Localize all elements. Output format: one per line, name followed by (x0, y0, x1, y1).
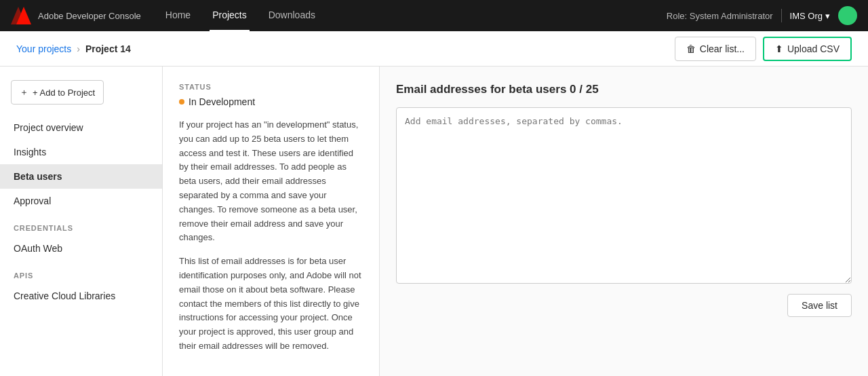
status-panel: STATUS In Development If your project ha… (163, 67, 380, 376)
add-to-project-label: + Add to Project (33, 88, 95, 98)
email-actions: Save list (396, 294, 852, 317)
clear-list-label: Clear list... (700, 43, 745, 54)
sidebar: ＋ + Add to Project Project overview Insi… (0, 67, 163, 376)
add-to-project-button[interactable]: ＋ + Add to Project (11, 80, 104, 105)
breadcrumb-actions: 🗑 Clear list... ⬆ Upload CSV (675, 37, 852, 61)
sidebar-item-insights[interactable]: Insights (0, 140, 162, 164)
clear-list-button[interactable]: 🗑 Clear list... (675, 37, 756, 61)
divider (781, 9, 782, 22)
org-label: IMS Org (790, 11, 823, 21)
upload-icon: ⬆ (775, 43, 783, 54)
plus-icon: ＋ (20, 86, 28, 98)
adobe-logo-icon (11, 7, 31, 24)
status-section-label: STATUS (179, 83, 363, 91)
nav-downloads[interactable]: Downloads (266, 0, 318, 31)
status-paragraph-1: If your project has an "in development" … (179, 118, 363, 245)
upload-csv-label: Upload CSV (787, 43, 840, 54)
status-dot-icon (179, 99, 184, 105)
email-panel: Email addresses for beta users 0 / 25 Sa… (380, 67, 868, 376)
status-paragraph-2: This list of email addresses is for beta… (179, 255, 363, 354)
save-list-button[interactable]: Save list (787, 294, 852, 317)
breadcrumb-separator: › (77, 43, 80, 54)
breadcrumb: Your projects › Project 14 (16, 43, 131, 54)
upload-csv-button[interactable]: ⬆ Upload CSV (763, 37, 852, 61)
nav-links: Home Projects Downloads (163, 0, 667, 31)
status-badge: In Development (179, 96, 363, 107)
content-area: STATUS In Development If your project ha… (163, 67, 868, 376)
credentials-section-label: CREDENTIALS (0, 213, 162, 236)
main-layout: ＋ + Add to Project Project overview Insi… (0, 67, 868, 376)
status-badge-label: In Development (189, 96, 255, 107)
trash-icon: 🗑 (686, 43, 696, 54)
breadcrumb-current: Project 14 (85, 43, 131, 54)
avatar[interactable] (838, 6, 857, 25)
sidebar-item-approval[interactable]: Approval (0, 189, 162, 213)
top-navigation: Adobe Developer Console Home Projects Do… (0, 0, 868, 31)
nav-home[interactable]: Home (163, 0, 193, 31)
apis-section-label: APIS (0, 261, 162, 284)
sidebar-item-creative-cloud-libraries[interactable]: Creative Cloud Libraries (0, 284, 162, 308)
nav-projects[interactable]: Projects (210, 0, 250, 31)
email-panel-title: Email addresses for beta users 0 / 25 (396, 83, 852, 96)
org-selector[interactable]: IMS Org ▾ (790, 11, 830, 21)
sidebar-item-project-overview[interactable]: Project overview (0, 115, 162, 140)
logo-area: Adobe Developer Console (11, 7, 141, 24)
role-label: Role: System Administrator (667, 11, 773, 21)
topnav-right: Role: System Administrator IMS Org ▾ (667, 6, 857, 25)
breadcrumb-parent[interactable]: Your projects (16, 43, 71, 54)
status-description: If your project has an "in development" … (179, 118, 363, 354)
brand-name: Adobe Developer Console (38, 11, 141, 21)
email-addresses-textarea[interactable] (396, 107, 852, 284)
sidebar-item-beta-users[interactable]: Beta users (0, 164, 162, 189)
sidebar-item-oauth-web[interactable]: OAuth Web (0, 236, 162, 261)
breadcrumb-bar: Your projects › Project 14 🗑 Clear list.… (0, 31, 868, 67)
chevron-down-icon: ▾ (825, 11, 830, 21)
